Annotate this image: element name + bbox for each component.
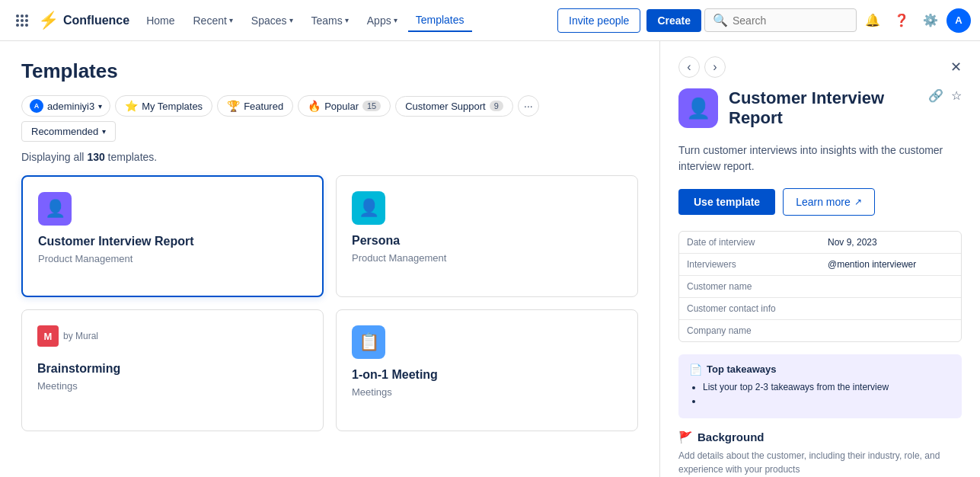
template-card-customer-interview[interactable]: 👤 Customer Interview Report Product Mana… bbox=[21, 175, 324, 297]
table-value bbox=[820, 297, 961, 319]
spaces-chevron-icon: ▾ bbox=[289, 16, 293, 24]
one-on-one-category: Meetings bbox=[352, 386, 622, 398]
learn-more-button[interactable]: Learn more ↗ bbox=[783, 188, 875, 216]
panel-nav: ‹ › bbox=[678, 56, 726, 78]
nav-apps[interactable]: Apps ▾ bbox=[359, 10, 405, 31]
use-template-button[interactable]: Use template bbox=[678, 189, 775, 215]
search-box[interactable]: 🔍 bbox=[704, 8, 857, 32]
user-avatar: A bbox=[30, 99, 43, 113]
template-card-brainstorming[interactable]: M by Mural Brainstorming Meetings bbox=[21, 309, 324, 431]
panel-prev-button[interactable]: ‹ bbox=[678, 56, 700, 78]
recommended-dropdown[interactable]: Recommended ▾ bbox=[21, 121, 116, 142]
help-icon[interactable]: ❓ bbox=[889, 8, 915, 34]
panel-next-button[interactable]: › bbox=[704, 56, 726, 78]
table-row: Company name bbox=[679, 319, 961, 341]
table-row: Interviewers @mention interviewer bbox=[679, 253, 961, 275]
persona-star-icon[interactable]: ☆ bbox=[566, 194, 576, 208]
featured-label: Featured bbox=[244, 101, 283, 112]
star-icon: ⭐ bbox=[125, 100, 138, 112]
settings-icon[interactable]: ⚙️ bbox=[918, 8, 943, 34]
notifications-icon[interactable]: 🔔 bbox=[860, 8, 886, 34]
fire-icon: 🔥 bbox=[308, 100, 321, 112]
nav-templates[interactable]: Templates bbox=[408, 9, 472, 32]
user-name: ademiniyi3 bbox=[47, 101, 94, 112]
invite-people-button[interactable]: Invite people bbox=[557, 8, 640, 33]
recommended-label: Recommended bbox=[31, 126, 98, 137]
nav-recent[interactable]: Recent ▾ bbox=[185, 10, 240, 31]
table-row: Date of interview Nov 9, 2023 bbox=[679, 232, 961, 254]
table-label: Interviewers bbox=[679, 253, 820, 275]
recommended-chevron-icon: ▾ bbox=[102, 127, 106, 136]
filter-row: A ademiniyi3 ▾ ⭐ My Templates 🏆 Featured… bbox=[21, 95, 638, 142]
nav-teams[interactable]: Teams ▾ bbox=[304, 10, 356, 31]
persona-use-button[interactable]: Use bbox=[583, 191, 622, 210]
teams-chevron-icon: ▾ bbox=[345, 16, 349, 24]
avatar[interactable]: A bbox=[946, 8, 971, 33]
left-panel: Templates A ademiniyi3 ▾ ⭐ My Templates … bbox=[0, 41, 660, 477]
panel-description: Turn customer interviews into insights w… bbox=[678, 142, 962, 174]
by-mural-label: by Mural bbox=[63, 331, 98, 341]
preview-table-container: Date of interview Nov 9, 2023 Interviewe… bbox=[678, 231, 962, 342]
search-input[interactable] bbox=[733, 14, 839, 27]
table-value: Nov 9, 2023 bbox=[820, 232, 961, 254]
brainstorming-category: Meetings bbox=[37, 380, 308, 392]
trophy-icon: 🏆 bbox=[227, 100, 240, 112]
table-label: Customer contact info bbox=[679, 297, 820, 319]
filter-more-button[interactable]: ··· bbox=[518, 95, 539, 117]
search-icon: 🔍 bbox=[713, 13, 728, 27]
panel-title-info: Customer Interview Report bbox=[729, 88, 918, 132]
nav-spaces[interactable]: Spaces ▾ bbox=[244, 10, 301, 31]
background-text: Add details about the customer, includin… bbox=[678, 449, 962, 476]
table-value bbox=[820, 319, 961, 341]
table-label: Date of interview bbox=[679, 232, 820, 254]
logo-text: Confluence bbox=[63, 14, 129, 27]
background-title: 🚩 Background bbox=[678, 431, 962, 444]
panel-header: ‹ › ✕ bbox=[678, 56, 962, 78]
user-selector[interactable]: A ademiniyi3 ▾ bbox=[21, 95, 110, 117]
panel-star-icon[interactable]: ☆ bbox=[951, 88, 962, 103]
customer-support-badge: 9 bbox=[490, 101, 503, 111]
page-title: Templates bbox=[21, 59, 638, 83]
filter-featured[interactable]: 🏆 Featured bbox=[217, 95, 293, 117]
detail-panel: ‹ › ✕ 👤 Customer Interview Report 🔗 ☆ Tu… bbox=[660, 41, 980, 477]
customer-interview-category: Product Management bbox=[38, 253, 307, 264]
customer-interview-icon: 👤 bbox=[38, 192, 72, 226]
mural-icon: M bbox=[37, 325, 59, 347]
flag-icon: 🚩 bbox=[678, 431, 693, 444]
filter-customer-support[interactable]: Customer Support 9 bbox=[395, 96, 513, 117]
takeaways-list: List your top 2-3 takeaways from the int… bbox=[689, 382, 951, 406]
nav-home[interactable]: Home bbox=[139, 10, 182, 31]
template-card-persona[interactable]: 👤 🔗 ☆ Use Persona Product Management bbox=[336, 175, 638, 297]
filter-my-templates[interactable]: ⭐ My Templates bbox=[115, 95, 212, 117]
logo[interactable]: ⚡ Confluence bbox=[38, 11, 129, 30]
background-section: 🚩 Background Add details about the custo… bbox=[678, 431, 962, 476]
takeaways-title: 📄 Top takeaways bbox=[689, 363, 951, 376]
persona-link-icon[interactable]: 🔗 bbox=[544, 194, 560, 208]
table-row: Customer name bbox=[679, 275, 961, 297]
external-link-icon: ↗ bbox=[854, 197, 862, 207]
table-row: Customer contact info bbox=[679, 297, 961, 319]
persona-category: Product Management bbox=[352, 252, 622, 264]
takeaways-box: 📄 Top takeaways List your top 2-3 takeaw… bbox=[678, 354, 962, 418]
one-on-one-title: 1-on-1 Meeting bbox=[352, 368, 622, 382]
template-grid: 👤 Customer Interview Report Product Mana… bbox=[21, 175, 638, 450]
filter-popular[interactable]: 🔥 Popular 15 bbox=[298, 95, 391, 117]
panel-title-actions: 🔗 ☆ bbox=[928, 88, 962, 103]
table-value bbox=[820, 275, 961, 297]
panel-title-row: 👤 Customer Interview Report 🔗 ☆ bbox=[678, 88, 962, 132]
popular-label: Popular bbox=[324, 101, 359, 112]
panel-template-icon: 👤 bbox=[678, 88, 718, 128]
table-label: Customer name bbox=[679, 275, 820, 297]
template-card-one-on-one[interactable]: 📋 1-on-1 Meeting Meetings bbox=[336, 309, 638, 431]
apps-chevron-icon: ▾ bbox=[394, 16, 397, 24]
create-button[interactable]: Create bbox=[646, 9, 701, 32]
confluence-logo-icon: ⚡ bbox=[38, 11, 59, 30]
customer-interview-title: Customer Interview Report bbox=[38, 235, 307, 248]
panel-link-icon[interactable]: 🔗 bbox=[928, 88, 943, 103]
apps-grid-icon[interactable] bbox=[9, 8, 35, 34]
my-templates-label: My Templates bbox=[142, 101, 203, 112]
topnav: ⚡ Confluence Home Recent ▾ Spaces ▾ Team… bbox=[0, 0, 980, 41]
customer-support-label: Customer Support bbox=[405, 101, 486, 112]
persona-icon: 👤 bbox=[352, 191, 385, 225]
panel-close-button[interactable]: ✕ bbox=[950, 59, 962, 75]
